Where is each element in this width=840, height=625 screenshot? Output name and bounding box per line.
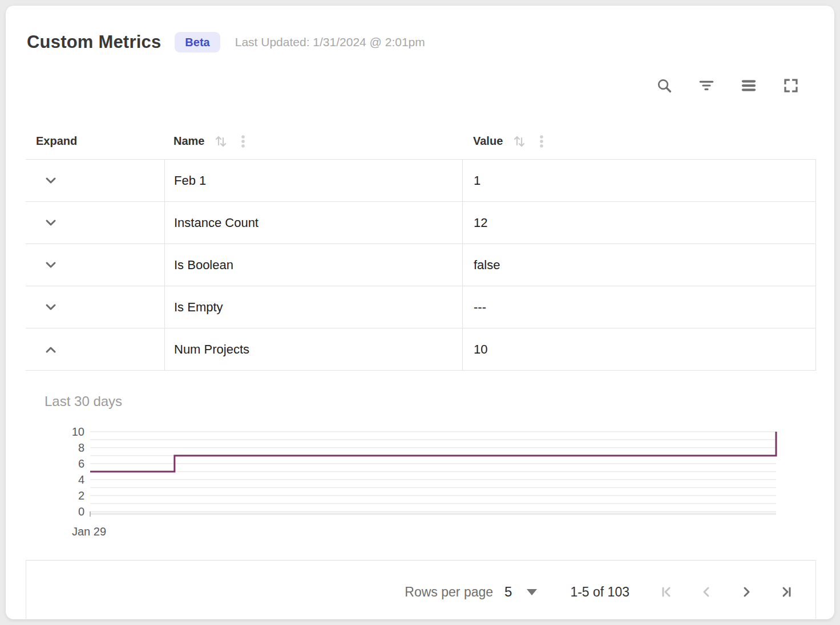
pagination-range-label: 1-5 of 103 xyxy=(570,585,629,600)
column-header-value[interactable]: Value xyxy=(462,133,816,150)
rows-per-page-select[interactable]: 5 xyxy=(504,584,537,600)
row-name-cell: Is Boolean xyxy=(164,244,462,286)
chevron-right-icon xyxy=(738,583,755,600)
row-name-cell: Feb 1 xyxy=(164,160,462,201)
chevron-down-icon xyxy=(42,256,60,274)
table-row: Is Boolean false xyxy=(26,244,816,286)
beta-badge: Beta xyxy=(175,32,220,52)
search-button[interactable] xyxy=(655,76,673,95)
caret-down-icon xyxy=(527,589,537,595)
sort-icon[interactable] xyxy=(511,133,528,150)
expand-row-button[interactable] xyxy=(41,171,60,190)
density-icon xyxy=(740,77,757,94)
page-header: Custom Metrics Beta Last Updated: 1/31/2… xyxy=(6,6,834,56)
first-page-button xyxy=(658,583,675,600)
chevron-down-icon xyxy=(42,214,60,232)
svg-text:8: 8 xyxy=(78,441,84,454)
next-page-button[interactable] xyxy=(738,583,755,600)
row-value-cell: 12 xyxy=(462,202,816,243)
row-value-cell: false xyxy=(462,244,816,286)
row-name-cell: Is Empty xyxy=(164,286,462,328)
last-updated-text: Last Updated: 1/31/2024 @ 2:01pm xyxy=(235,35,425,49)
fullscreen-button[interactable] xyxy=(782,76,800,95)
filter-button[interactable] xyxy=(697,76,716,95)
filter-icon xyxy=(697,76,716,95)
table-body: Feb 1 1 Instance Count 12 xyxy=(26,159,816,371)
pagination-footer: Rows per page 5 1-5 of 103 xyxy=(26,560,816,619)
last-page-icon xyxy=(778,583,795,600)
table-header-row: Expand Name Value xyxy=(26,123,816,159)
table-row: Instance Count 12 xyxy=(26,202,816,244)
table-row: Num Projects 10 xyxy=(26,328,816,371)
previous-page-button xyxy=(698,583,715,600)
expand-row-button[interactable] xyxy=(41,298,60,317)
svg-text:4: 4 xyxy=(78,473,84,486)
rows-per-page-label: Rows per page xyxy=(405,585,493,600)
svg-text:2: 2 xyxy=(78,489,84,502)
row-name-cell: Instance Count xyxy=(164,202,462,243)
row-value-cell: --- xyxy=(462,286,816,328)
page-title: Custom Metrics xyxy=(27,32,161,52)
pagination-nav xyxy=(658,583,795,600)
last-page-button[interactable] xyxy=(778,583,795,600)
row-name-cell: Num Projects xyxy=(164,328,462,370)
svg-text:Jan 29: Jan 29 xyxy=(72,525,106,538)
column-menu-icon[interactable] xyxy=(235,133,251,150)
svg-text:6: 6 xyxy=(78,457,84,470)
svg-text:0: 0 xyxy=(78,505,84,518)
chevron-up-icon xyxy=(42,340,60,359)
column-header-expand: Expand xyxy=(26,135,164,148)
column-header-name[interactable]: Name xyxy=(164,133,462,150)
row-value-cell: 10 xyxy=(462,328,816,370)
expand-row-button[interactable] xyxy=(41,213,60,233)
custom-metrics-card: Custom Metrics Beta Last Updated: 1/31/2… xyxy=(6,6,834,619)
expand-row-button[interactable] xyxy=(41,255,60,275)
search-icon xyxy=(656,77,673,94)
density-button[interactable] xyxy=(740,76,758,95)
chevron-down-icon xyxy=(42,172,60,190)
row-value-cell: 1 xyxy=(462,160,816,201)
first-page-icon xyxy=(658,583,675,600)
table-row: Is Empty --- xyxy=(26,286,816,328)
column-menu-icon[interactable] xyxy=(534,133,550,150)
chevron-down-icon xyxy=(42,298,60,316)
sort-icon[interactable] xyxy=(212,133,229,150)
table-toolbar xyxy=(6,76,800,95)
table-row: Feb 1 1 xyxy=(26,160,816,202)
expand-row-button[interactable] xyxy=(41,340,60,359)
svg-text:10: 10 xyxy=(72,425,84,438)
chevron-left-icon xyxy=(698,583,715,600)
num-projects-line-chart: 0246810Jan 29 xyxy=(57,425,799,542)
fullscreen-icon xyxy=(782,77,799,94)
chart-title: Last 30 days xyxy=(45,393,834,409)
